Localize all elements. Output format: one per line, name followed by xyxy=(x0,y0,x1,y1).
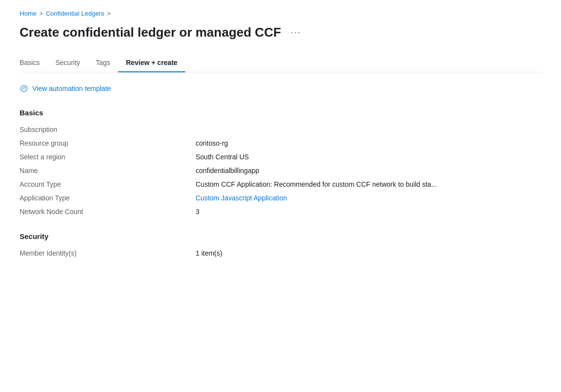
field-row-name: Name confidentialbillingapp xyxy=(20,164,541,177)
automation-template-label: View automation template xyxy=(32,85,111,92)
ellipsis-button[interactable]: ··· xyxy=(287,25,305,40)
breadcrumb-confidential-ledgers[interactable]: Confidential Ledgers xyxy=(46,10,104,17)
tabs-nav: Basics Security Tags Review + create xyxy=(20,54,541,72)
field-value-account-type: Custom CCF Application: Recommended for … xyxy=(196,180,541,188)
field-label-resource-group: Resource group xyxy=(20,139,196,147)
breadcrumb-separator-2: > xyxy=(107,10,111,17)
security-section-title: Security xyxy=(20,232,541,240)
field-label-region: Select a region xyxy=(20,153,196,161)
basics-section-title: Basics xyxy=(20,109,541,117)
field-label-member-identities: Member Identity(s) xyxy=(20,249,196,257)
field-row-member-identities: Member Identity(s) 1 item(s) xyxy=(20,246,541,260)
breadcrumb-separator-1: > xyxy=(40,10,43,17)
field-value-member-identities: 1 item(s) xyxy=(196,249,541,257)
field-value-network-node-count: 3 xyxy=(196,208,541,216)
field-row-application-type: Application Type Custom Javascript Appli… xyxy=(20,191,541,205)
page-title: Create confidential ledger or managed CC… xyxy=(20,25,281,40)
tab-security[interactable]: Security xyxy=(47,54,88,72)
field-label-network-node-count: Network Node Count xyxy=(20,208,196,216)
field-label-subscription: Subscription xyxy=(20,126,196,133)
svg-point-0 xyxy=(21,86,27,92)
field-label-application-type: Application Type xyxy=(20,194,196,202)
field-value-application-type: Custom Javascript Application xyxy=(196,194,541,202)
field-value-resource-group: contoso-rg xyxy=(196,139,541,147)
field-row-subscription: Subscription xyxy=(20,123,541,136)
breadcrumb-home[interactable]: Home xyxy=(20,10,37,17)
page-title-row: Create confidential ledger or managed CC… xyxy=(20,25,541,40)
field-row-network-node-count: Network Node Count 3 xyxy=(20,205,541,218)
tab-tags[interactable]: Tags xyxy=(88,54,118,72)
field-row-account-type: Account Type Custom CCF Application: Rec… xyxy=(20,177,541,191)
automation-icon xyxy=(20,84,28,93)
field-label-account-type: Account Type xyxy=(20,180,196,188)
breadcrumb: Home > Confidential Ledgers > xyxy=(20,10,541,17)
field-row-resource-group: Resource group contoso-rg xyxy=(20,136,541,150)
basics-section: Basics Subscription Resource group conto… xyxy=(20,109,541,218)
field-label-name: Name xyxy=(20,167,196,174)
svg-point-1 xyxy=(23,89,24,90)
field-value-name: confidentialbillingapp xyxy=(196,167,541,174)
view-automation-template-link[interactable]: View automation template xyxy=(20,84,541,93)
field-value-region: South Central US xyxy=(196,153,541,161)
tab-review-create[interactable]: Review + create xyxy=(118,54,185,72)
security-section: Security Member Identity(s) 1 item(s) xyxy=(20,232,541,260)
tab-basics[interactable]: Basics xyxy=(20,54,47,72)
field-row-region: Select a region South Central US xyxy=(20,150,541,164)
